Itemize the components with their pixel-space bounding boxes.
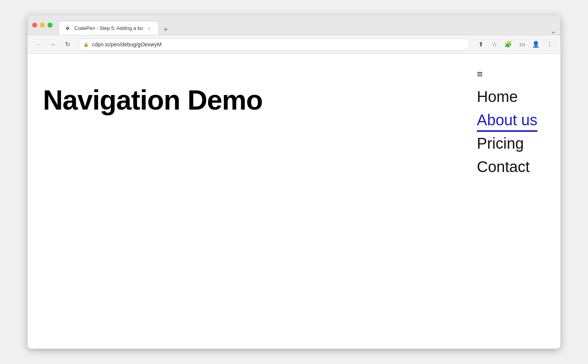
new-tab-button[interactable]: + [160, 24, 171, 35]
tab-title: CodePen - Step 5: Adding a bu [74, 25, 143, 31]
navigation-bar: ← → ↻ 🔒 cdpn.io/pen/debug/gOexwyM ⬆ ☆ 🧩 … [28, 35, 560, 54]
navigation-menu: ≡ Home About us Pricing Contact [477, 69, 537, 179]
tab-close-button[interactable]: × [146, 25, 152, 31]
page-heading: Navigation Demo [43, 84, 263, 116]
nav-item-contact[interactable]: Contact [477, 155, 530, 179]
profile-button[interactable]: 👤 [530, 38, 542, 51]
lock-icon: 🔒 [83, 42, 89, 47]
hamburger-icon[interactable]: ≡ [477, 69, 483, 79]
tab-chevron-icon[interactable]: ⌄ [551, 28, 556, 35]
minimize-button[interactable] [40, 23, 45, 28]
reload-button[interactable]: ↻ [61, 38, 74, 51]
url-text: cdpn.io/pen/debug/gOexwyM [92, 41, 465, 48]
tab-bar: ❖ CodePen - Step 5: Adding a bu × + ⌄ [59, 15, 556, 35]
tab-favicon: ❖ [65, 25, 71, 31]
close-button[interactable] [32, 23, 37, 28]
address-bar[interactable]: 🔒 cdpn.io/pen/debug/gOexwyM [78, 38, 470, 51]
nav-item-pricing[interactable]: Pricing [477, 132, 524, 155]
bookmark-button[interactable]: ☆ [488, 38, 501, 51]
browser-window: ❖ CodePen - Step 5: Adding a bu × + ⌄ ← … [28, 15, 560, 349]
share-button[interactable]: ⬆ [475, 38, 487, 51]
maximize-button[interactable] [48, 23, 53, 28]
forward-button[interactable]: → [47, 38, 59, 51]
sidebar-button[interactable]: ▭ [516, 38, 528, 51]
browser-actions: ⬆ ☆ 🧩 ▭ 👤 ⋮ [475, 38, 556, 51]
nav-item-home[interactable]: Home [477, 85, 518, 108]
nav-item-about[interactable]: About us [477, 108, 537, 132]
extensions-button[interactable]: 🧩 [502, 38, 514, 51]
traffic-lights [32, 23, 53, 28]
back-button[interactable]: ← [32, 38, 44, 51]
page-content: Navigation Demo ≡ Home About us Pricing … [28, 54, 560, 349]
browser-menu-button[interactable]: ⋮ [544, 38, 556, 51]
active-tab[interactable]: ❖ CodePen - Step 5: Adding a bu × [59, 21, 159, 35]
title-bar: ❖ CodePen - Step 5: Adding a bu × + ⌄ [28, 15, 560, 35]
